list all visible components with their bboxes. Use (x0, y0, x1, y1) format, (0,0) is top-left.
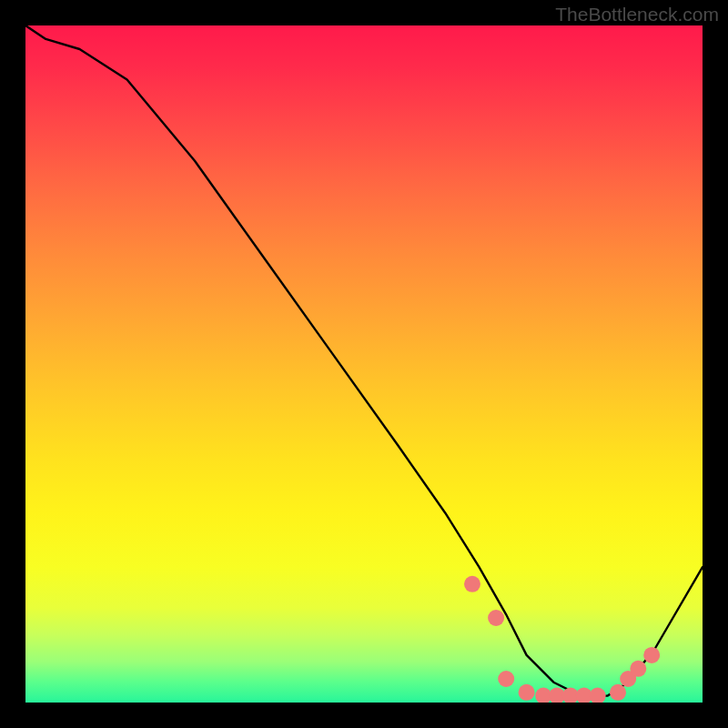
marker-dot (643, 647, 660, 663)
marker-dot (620, 671, 636, 687)
chart-container: TheBottleneck.com (0, 0, 728, 728)
marker-dot (464, 576, 480, 592)
marker-dot (576, 688, 592, 703)
marker-dot (535, 688, 551, 703)
marker-dot (590, 688, 606, 703)
marker-dot (488, 610, 504, 626)
marker-dot (562, 688, 579, 703)
curve-svg (25, 25, 703, 703)
marker-dot (610, 684, 626, 701)
marker-dot (630, 661, 646, 677)
watermark-label: TheBottleneck.com (555, 4, 719, 25)
plot-area (25, 25, 703, 703)
curve-markers (464, 576, 660, 703)
marker-dot (519, 684, 535, 701)
bottleneck-curve (25, 25, 703, 696)
marker-dot (498, 671, 514, 687)
marker-dot (549, 688, 565, 703)
